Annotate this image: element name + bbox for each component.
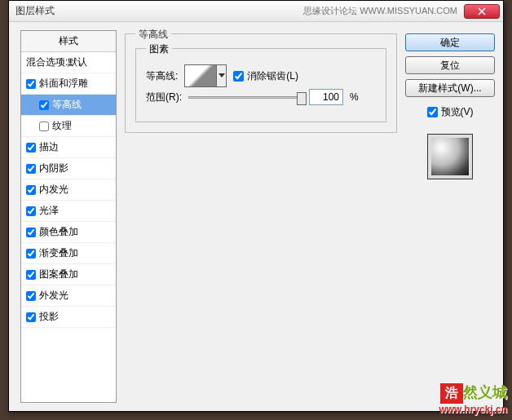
close-button[interactable]	[464, 4, 500, 19]
sidebar-item-11[interactable]: 投影	[21, 307, 116, 328]
sidebar-item-label: 光泽	[39, 204, 59, 218]
elements-title: 图素	[146, 42, 172, 56]
sidebar-item-checkbox[interactable]	[26, 228, 36, 237]
sidebar-item-checkbox[interactable]	[26, 185, 36, 195]
antialias-checkbox[interactable]	[233, 71, 244, 82]
sidebar-item-0[interactable]: 斜面和浮雕	[21, 73, 116, 95]
slider-thumb[interactable]	[297, 92, 307, 105]
titlebar[interactable]: 图层样式 思缘设计论坛 WWW.MISSYUAN.COM	[9, 1, 503, 22]
watermark-logo: 浩	[440, 383, 463, 404]
sidebar-item-checkbox[interactable]	[26, 79, 36, 89]
cancel-button[interactable]: 复位	[405, 56, 495, 74]
window-subtitle: 思缘设计论坛 WWW.MISSYUAN.COM	[303, 5, 457, 17]
sidebar-item-4[interactable]: 内阴影	[21, 158, 116, 179]
watermark-text: 然义城	[463, 382, 507, 402]
preview-swatch	[427, 134, 473, 179]
blending-options-row[interactable]: 混合选项:默认	[21, 52, 116, 73]
sidebar-item-label: 纹理	[52, 119, 72, 133]
ok-button[interactable]: 确定	[405, 33, 495, 51]
sidebar-item-7[interactable]: 颜色叠加	[21, 222, 116, 243]
sidebar-item-label: 内阴影	[39, 161, 68, 175]
range-unit: %	[350, 91, 359, 103]
contour-dropdown[interactable]	[217, 64, 227, 87]
preview-toggle[interactable]: 预览(V)	[405, 105, 495, 119]
sidebar-item-checkbox[interactable]	[26, 143, 36, 153]
sidebar-item-label: 等高线	[52, 98, 82, 112]
sidebar-item-checkbox[interactable]	[39, 122, 49, 131]
sidebar-item-label: 斜面和浮雕	[39, 77, 88, 91]
sidebar-item-6[interactable]: 光泽	[21, 201, 116, 222]
blending-label: 混合选项:默认	[26, 55, 87, 69]
action-panel: 确定 复位 新建样式(W)... 预览(V)	[405, 30, 495, 403]
range-slider[interactable]	[188, 96, 302, 99]
group-title: 等高线	[135, 28, 171, 42]
sidebar-header: 样式	[21, 31, 116, 52]
range-input[interactable]	[309, 89, 343, 105]
sidebar-item-label: 描边	[39, 140, 59, 154]
sidebar-item-checkbox[interactable]	[26, 206, 36, 216]
sidebar-item-checkbox[interactable]	[26, 312, 36, 322]
range-label: 范围(R):	[146, 91, 182, 104]
styles-sidebar: 样式 混合选项:默认 斜面和浮雕等高线纹理描边内阴影内发光光泽颜色叠加渐变叠加图…	[20, 30, 117, 403]
preview-label: 预览(V)	[441, 105, 474, 119]
sidebar-item-label: 颜色叠加	[39, 225, 78, 239]
sidebar-item-checkbox[interactable]	[39, 100, 49, 110]
sidebar-item-2[interactable]: 纹理	[21, 116, 116, 137]
layer-style-dialog: 图层样式 思缘设计论坛 WWW.MISSYUAN.COM 样式 混合选项:默认 …	[8, 0, 504, 412]
preview-checkbox[interactable]	[427, 107, 438, 117]
contour-picker[interactable]	[184, 64, 217, 87]
contour-label: 等高线:	[146, 69, 178, 83]
sidebar-item-5[interactable]: 内发光	[21, 179, 116, 201]
sidebar-item-3[interactable]: 描边	[21, 137, 116, 158]
sidebar-item-label: 渐变叠加	[39, 246, 78, 260]
sidebar-item-checkbox[interactable]	[26, 270, 36, 280]
sidebar-item-8[interactable]: 渐变叠加	[21, 243, 116, 264]
sidebar-item-checkbox[interactable]	[26, 164, 36, 174]
window-title: 图层样式	[12, 4, 303, 18]
sidebar-item-label: 投影	[39, 310, 59, 324]
sidebar-item-label: 外发光	[39, 289, 68, 303]
antialias-label: 消除锯齿(L)	[247, 69, 298, 83]
watermark-url: www.hryckj.cn	[439, 404, 507, 415]
chevron-down-icon	[218, 73, 225, 78]
sidebar-item-10[interactable]: 外发光	[21, 285, 116, 307]
sidebar-item-label: 内发光	[39, 183, 68, 197]
sidebar-item-label: 图案叠加	[39, 267, 78, 281]
close-icon	[478, 7, 486, 15]
sidebar-item-1[interactable]: 等高线	[21, 95, 116, 116]
watermark: 浩然义城 www.hryckj.cn	[439, 382, 507, 415]
sidebar-item-checkbox[interactable]	[26, 291, 36, 301]
sidebar-item-checkbox[interactable]	[26, 249, 36, 259]
settings-panel: 等高线 图素 等高线: 消除锯齿(L)	[117, 30, 405, 403]
new-style-button[interactable]: 新建样式(W)...	[405, 79, 495, 97]
sidebar-item-9[interactable]: 图案叠加	[21, 264, 116, 285]
antialias-checkbox-wrap[interactable]: 消除锯齿(L)	[233, 69, 298, 83]
